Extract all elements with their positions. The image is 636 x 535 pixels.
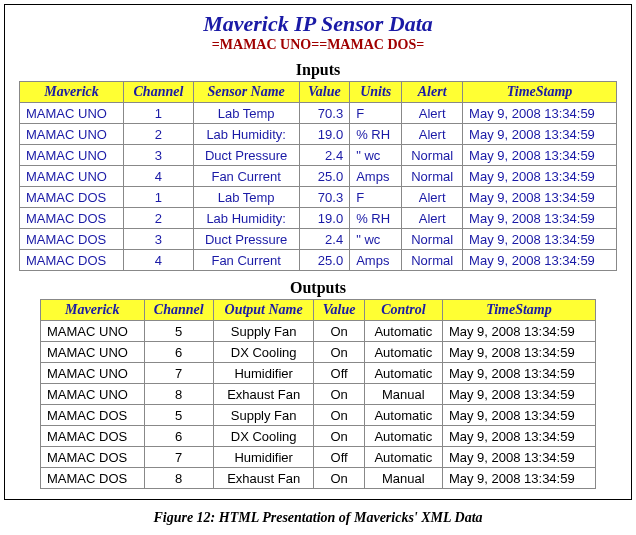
cell-timestamp: May 9, 2008 13:34:59 <box>463 250 617 271</box>
table-row: MAMAC UNO7HumidifierOffAutomaticMay 9, 2… <box>41 363 596 384</box>
col-channel: Channel <box>144 300 213 321</box>
cell-channel: 7 <box>144 363 213 384</box>
table-row: MAMAC UNO1Lab Temp70.3FAlertMay 9, 2008 … <box>20 103 617 124</box>
cell-value: 25.0 <box>299 166 350 187</box>
cell-channel: 1 <box>124 187 194 208</box>
cell-maverick: MAMAC DOS <box>41 447 145 468</box>
page-subtitle: =MAMAC UNO==MAMAC DOS= <box>11 37 625 53</box>
cell-channel: 7 <box>144 447 213 468</box>
cell-maverick: MAMAC DOS <box>41 468 145 489</box>
cell-channel: 1 <box>124 103 194 124</box>
cell-value: Off <box>314 363 364 384</box>
col-outputname: Output Name <box>213 300 314 321</box>
cell-maverick: MAMAC DOS <box>41 426 145 447</box>
table-row: MAMAC DOS1Lab Temp70.3FAlertMay 9, 2008 … <box>20 187 617 208</box>
table-row: MAMAC DOS8Exhaust FanOnManualMay 9, 2008… <box>41 468 596 489</box>
cell-control: Automatic <box>364 405 442 426</box>
table-row: MAMAC UNO6DX CoolingOnAutomaticMay 9, 20… <box>41 342 596 363</box>
col-sensorname: Sensor Name <box>193 82 299 103</box>
cell-timestamp: May 9, 2008 13:34:59 <box>463 208 617 229</box>
cell-maverick: MAMAC DOS <box>20 229 124 250</box>
cell-sensor: Lab Humidity: <box>193 208 299 229</box>
cell-output: Supply Fan <box>213 405 314 426</box>
cell-sensor: Duct Pressure <box>193 229 299 250</box>
col-value: Value <box>299 82 350 103</box>
cell-maverick: MAMAC UNO <box>41 363 145 384</box>
cell-channel: 5 <box>144 405 213 426</box>
cell-timestamp: May 9, 2008 13:34:59 <box>442 363 595 384</box>
cell-units: " wc <box>350 145 402 166</box>
cell-alert: Normal <box>402 229 463 250</box>
cell-alert: Alert <box>402 208 463 229</box>
table-row: MAMAC UNO5Supply FanOnAutomaticMay 9, 20… <box>41 321 596 342</box>
col-timestamp: TimeStamp <box>442 300 595 321</box>
cell-units: % RH <box>350 124 402 145</box>
cell-maverick: MAMAC UNO <box>20 145 124 166</box>
cell-timestamp: May 9, 2008 13:34:59 <box>442 342 595 363</box>
cell-units: Amps <box>350 250 402 271</box>
table-row: MAMAC UNO3Duct Pressure2.4" wcNormalMay … <box>20 145 617 166</box>
cell-channel: 3 <box>124 145 194 166</box>
cell-control: Automatic <box>364 447 442 468</box>
cell-units: F <box>350 187 402 208</box>
table-row: MAMAC UNO2Lab Humidity:19.0% RHAlertMay … <box>20 124 617 145</box>
cell-timestamp: May 9, 2008 13:34:59 <box>442 384 595 405</box>
cell-sensor: Fan Current <box>193 166 299 187</box>
cell-value: Off <box>314 447 364 468</box>
table-row: MAMAC UNO4Fan Current25.0AmpsNormalMay 9… <box>20 166 617 187</box>
col-channel: Channel <box>124 82 194 103</box>
cell-units: % RH <box>350 208 402 229</box>
cell-maverick: MAMAC UNO <box>20 103 124 124</box>
cell-timestamp: May 9, 2008 13:34:59 <box>463 229 617 250</box>
cell-value: 25.0 <box>299 250 350 271</box>
table-row: MAMAC DOS4Fan Current25.0AmpsNormalMay 9… <box>20 250 617 271</box>
col-timestamp: TimeStamp <box>463 82 617 103</box>
cell-maverick: MAMAC UNO <box>41 342 145 363</box>
cell-control: Automatic <box>364 363 442 384</box>
cell-control: Automatic <box>364 321 442 342</box>
cell-channel: 8 <box>144 384 213 405</box>
table-row: MAMAC UNO8Exhaust FanOnManualMay 9, 2008… <box>41 384 596 405</box>
cell-value: On <box>314 468 364 489</box>
cell-units: Amps <box>350 166 402 187</box>
cell-alert: Normal <box>402 250 463 271</box>
cell-sensor: Fan Current <box>193 250 299 271</box>
cell-value: On <box>314 426 364 447</box>
cell-value: On <box>314 405 364 426</box>
cell-output: Humidifier <box>213 447 314 468</box>
cell-timestamp: May 9, 2008 13:34:59 <box>442 321 595 342</box>
cell-alert: Alert <box>402 103 463 124</box>
cell-timestamp: May 9, 2008 13:34:59 <box>463 145 617 166</box>
col-alert: Alert <box>402 82 463 103</box>
cell-timestamp: May 9, 2008 13:34:59 <box>463 187 617 208</box>
cell-channel: 2 <box>124 124 194 145</box>
cell-channel: 6 <box>144 342 213 363</box>
cell-value: On <box>314 342 364 363</box>
cell-channel: 8 <box>144 468 213 489</box>
cell-channel: 4 <box>124 250 194 271</box>
cell-sensor: Lab Humidity: <box>193 124 299 145</box>
cell-alert: Alert <box>402 187 463 208</box>
outputs-heading: Outputs <box>11 279 625 297</box>
cell-maverick: MAMAC DOS <box>20 250 124 271</box>
cell-sensor: Duct Pressure <box>193 145 299 166</box>
cell-maverick: MAMAC UNO <box>20 124 124 145</box>
outputs-table: Maverick Channel Output Name Value Contr… <box>40 299 596 489</box>
sensor-data-panel: Maverick IP Sensor Data =MAMAC UNO==MAMA… <box>4 4 632 500</box>
cell-channel: 6 <box>144 426 213 447</box>
cell-alert: Normal <box>402 145 463 166</box>
cell-output: DX Cooling <box>213 426 314 447</box>
inputs-header-row: Maverick Channel Sensor Name Value Units… <box>20 82 617 103</box>
cell-units: " wc <box>350 229 402 250</box>
cell-maverick: MAMAC DOS <box>20 208 124 229</box>
cell-channel: 2 <box>124 208 194 229</box>
cell-timestamp: May 9, 2008 13:34:59 <box>442 468 595 489</box>
cell-channel: 4 <box>124 166 194 187</box>
cell-value: 70.3 <box>299 187 350 208</box>
table-row: MAMAC DOS5Supply FanOnAutomaticMay 9, 20… <box>41 405 596 426</box>
cell-value: 70.3 <box>299 103 350 124</box>
col-control: Control <box>364 300 442 321</box>
page-title: Maverick IP Sensor Data <box>11 11 625 37</box>
cell-control: Automatic <box>364 426 442 447</box>
cell-output: DX Cooling <box>213 342 314 363</box>
